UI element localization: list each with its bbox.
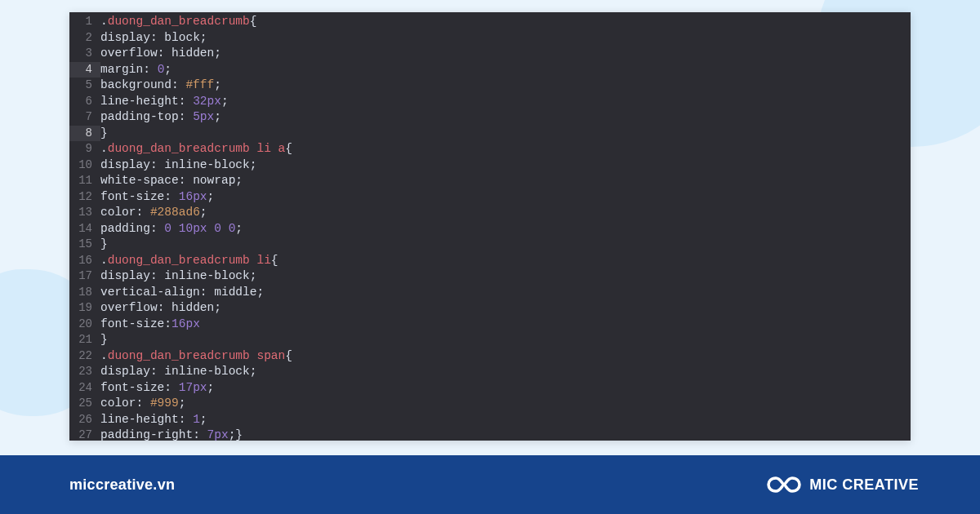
code-line[interactable]: 8} [69,126,911,142]
line-number: 3 [69,46,100,62]
code-line[interactable]: 17display: inline-block; [69,268,911,285]
line-content: font-size: 16px; [100,189,911,206]
line-number: 9 [69,141,100,157]
line-number: 19 [69,300,100,317]
line-content: vertical-align: middle; [100,285,911,301]
line-content: color: #288ad6; [100,205,911,221]
line-content: overflow: hidden; [100,46,911,62]
line-number: 10 [69,157,100,174]
code-line[interactable]: 22.duong_dan_breadcrumb span{ [69,348,911,365]
code-line[interactable]: 25color: #999; [69,396,911,412]
line-number: 20 [69,317,100,333]
line-number: 23 [69,364,100,380]
code-line[interactable]: 18vertical-align: middle; [69,285,911,301]
line-number: 13 [69,205,100,221]
line-number: 8 [69,126,100,142]
code-line[interactable]: 5background: #fff; [69,78,911,94]
line-number: 12 [69,189,100,206]
line-content: } [100,237,911,253]
footer-logo: MIC CREATIVE [767,475,919,494]
line-content: display: inline-block; [100,364,911,380]
code-line[interactable]: 21} [69,332,911,348]
line-content: display: inline-block; [100,268,911,285]
code-line[interactable]: 7padding-top: 5px; [69,109,911,126]
infinity-icon [767,475,801,494]
line-content: color: #999; [100,396,911,412]
line-number: 15 [69,237,100,253]
code-line[interactable]: 11white-space: nowrap; [69,173,911,189]
line-number: 11 [69,173,100,189]
code-line[interactable]: 2display: block; [69,30,911,47]
line-content: padding-top: 5px; [100,109,911,126]
footer-bar: miccreative.vn MIC CREATIVE [0,455,980,514]
code-line[interactable]: 1.duong_dan_breadcrumb{ [69,14,911,30]
code-line[interactable]: 12font-size: 16px; [69,189,911,206]
code-area[interactable]: 1.duong_dan_breadcrumb{2display: block;3… [69,12,911,441]
code-line[interactable]: 19overflow: hidden; [69,300,911,317]
line-number: 5 [69,78,100,94]
line-content: margin: 0; [100,62,911,78]
line-number: 1 [69,14,100,30]
line-content: } [100,126,911,142]
line-number: 16 [69,253,100,269]
code-line[interactable]: 24font-size: 17px; [69,380,911,397]
line-content: .duong_dan_breadcrumb{ [100,14,911,30]
code-line[interactable]: 26line-height: 1; [69,412,911,428]
line-number: 2 [69,30,100,47]
line-content: display: inline-block; [100,157,911,174]
line-number: 25 [69,396,100,412]
line-content: display: block; [100,30,911,47]
code-line[interactable]: 27padding-right: 7px;} [69,428,911,441]
line-content: line-height: 32px; [100,94,911,110]
code-line[interactable]: 14padding: 0 10px 0 0; [69,221,911,237]
code-line[interactable]: 3overflow: hidden; [69,46,911,62]
line-content: overflow: hidden; [100,300,911,317]
line-content: padding: 0 10px 0 0; [100,221,911,237]
code-line[interactable]: 16.duong_dan_breadcrumb li{ [69,253,911,269]
line-content: font-size:16px [100,317,911,333]
line-content: white-space: nowrap; [100,173,911,189]
code-line[interactable]: 20font-size:16px [69,317,911,333]
line-number: 7 [69,109,100,126]
code-line[interactable]: 9.duong_dan_breadcrumb li a{ [69,141,911,157]
line-number: 14 [69,221,100,237]
line-number: 17 [69,268,100,285]
line-number: 24 [69,380,100,397]
line-number: 21 [69,332,100,348]
line-number: 22 [69,348,100,365]
line-content: font-size: 17px; [100,380,911,397]
line-number: 18 [69,285,100,301]
footer-brand-text: MIC CREATIVE [809,476,919,494]
code-line[interactable]: 4margin: 0; [69,62,911,78]
line-content: .duong_dan_breadcrumb span{ [100,348,911,365]
line-number: 26 [69,412,100,428]
code-line[interactable]: 23display: inline-block; [69,364,911,380]
code-line[interactable]: 10display: inline-block; [69,157,911,174]
line-number: 4 [69,62,100,78]
line-content: .duong_dan_breadcrumb li{ [100,253,911,269]
line-content: .duong_dan_breadcrumb li a{ [100,141,911,157]
line-number: 6 [69,94,100,110]
line-content: } [100,332,911,348]
code-editor: 1.duong_dan_breadcrumb{2display: block;3… [69,12,911,441]
line-number: 27 [69,428,100,441]
line-content: line-height: 1; [100,412,911,428]
code-line[interactable]: 6line-height: 32px; [69,94,911,110]
code-line[interactable]: 13color: #288ad6; [69,205,911,221]
line-content: padding-right: 7px;} [100,428,911,441]
footer-url: miccreative.vn [69,476,175,494]
line-content: background: #fff; [100,78,911,94]
code-line[interactable]: 15} [69,237,911,253]
